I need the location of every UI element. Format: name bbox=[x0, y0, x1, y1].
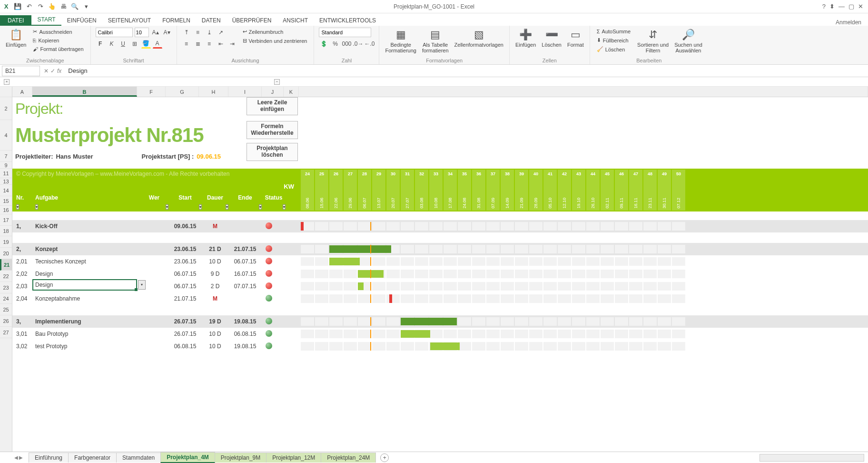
col-header[interactable]: K bbox=[284, 87, 299, 97]
save-icon[interactable]: 💾 bbox=[13, 2, 22, 11]
align-bottom-button[interactable]: ⤓ bbox=[205, 28, 214, 37]
clear-button[interactable]: 🧹Löschen bbox=[595, 45, 632, 53]
col-header[interactable]: J bbox=[262, 87, 284, 97]
active-cell[interactable]: Design bbox=[32, 279, 137, 291]
sort-filter-button[interactable]: ⇵Sortieren und Filtern bbox=[636, 28, 670, 54]
restore-formulas-button[interactable]: Formeln Wiederherstelle bbox=[247, 121, 298, 139]
tab-ansicht[interactable]: ANSICHT bbox=[277, 15, 314, 26]
autosum-button[interactable]: ΣAutoSumme bbox=[595, 28, 632, 35]
cell-styles-button[interactable]: ▧Zellenformatvorlagen bbox=[454, 28, 504, 49]
font-size-input[interactable] bbox=[135, 28, 149, 37]
decrease-font-button[interactable]: A▾ bbox=[162, 28, 172, 37]
row-header[interactable]: 11 bbox=[0, 169, 12, 178]
tab-formeln[interactable]: FORMELN bbox=[157, 15, 196, 26]
increase-decimal-button[interactable]: .0→ bbox=[353, 39, 363, 49]
cell-dropdown-button[interactable]: ▾ bbox=[138, 280, 146, 290]
align-left-button[interactable]: ≡ bbox=[182, 39, 191, 49]
outline-toggle-2[interactable]: − bbox=[274, 79, 280, 85]
sheet-nav-next[interactable]: ▶ bbox=[19, 455, 23, 460]
italic-button[interactable]: K bbox=[107, 39, 117, 49]
row-header[interactable]: 14 bbox=[0, 185, 12, 196]
sheet-content[interactable]: A B F G H I J K Projekt: Musterprojekt N… bbox=[12, 87, 868, 452]
fill-color-button[interactable]: 🪣 bbox=[141, 39, 151, 49]
sheet-tab-stammdaten[interactable]: Stammdaten bbox=[116, 453, 161, 463]
font-color-button[interactable]: A bbox=[153, 39, 162, 49]
row-header[interactable]: 13 bbox=[0, 178, 12, 185]
wrap-text-button[interactable]: ↩Zeilenumbruch bbox=[241, 28, 309, 36]
sheet-tab-farbgenerator[interactable]: Farbgenerator bbox=[68, 453, 117, 463]
insert-empty-row-button[interactable]: Leere Zeile einfügen bbox=[247, 97, 298, 115]
minimize-icon[interactable]: — bbox=[838, 3, 845, 10]
redo-icon[interactable]: ↷ bbox=[36, 2, 45, 11]
increase-indent-button[interactable]: ⇥ bbox=[227, 39, 237, 49]
insert-cells-button[interactable]: ➕Einfügen bbox=[514, 28, 537, 49]
fill-handle[interactable] bbox=[135, 288, 138, 291]
tab-datei[interactable]: DATEI bbox=[0, 15, 31, 26]
maximize-icon[interactable]: ▢ bbox=[848, 3, 854, 10]
filter-nr[interactable]: ▾ bbox=[16, 204, 19, 210]
tab-einfuegen[interactable]: EINFÜGEN bbox=[61, 15, 102, 26]
format-as-table-button[interactable]: ▤Als Tabelle formatieren bbox=[421, 28, 450, 54]
tab-entwicklertools[interactable]: ENTWICKLERTOOLS bbox=[314, 15, 382, 26]
accounting-format-button[interactable]: 💲 bbox=[319, 39, 328, 49]
sheet-tab-projektplan-4m[interactable]: Projektplan_4M bbox=[160, 452, 215, 463]
decrease-indent-button[interactable]: ⇤ bbox=[216, 39, 226, 49]
delete-cells-button[interactable]: ➖Löschen bbox=[541, 28, 562, 49]
qat-customize-icon[interactable]: ▾ bbox=[82, 2, 90, 11]
row-header[interactable]: 4 bbox=[0, 120, 12, 151]
col-header[interactable]: F bbox=[137, 87, 166, 97]
percent-format-button[interactable]: % bbox=[330, 39, 340, 49]
row-header[interactable]: 20 bbox=[0, 248, 12, 259]
find-icon[interactable]: 🔍 bbox=[70, 2, 79, 11]
sheet-tab-projektplan-24m[interactable]: Projektplan_24M bbox=[321, 453, 376, 463]
col-header[interactable]: A bbox=[12, 87, 32, 97]
fill-button[interactable]: ⬇Füllbereich bbox=[595, 36, 632, 44]
align-top-button[interactable]: ⤒ bbox=[182, 28, 191, 37]
find-select-button[interactable]: 🔎Suchen und Auswählen bbox=[673, 28, 703, 54]
help-icon[interactable]: ? bbox=[822, 3, 826, 10]
number-format-select[interactable] bbox=[319, 28, 371, 37]
sheet-tab-projektplan-12m[interactable]: Projektplan_12M bbox=[266, 453, 321, 463]
formula-input[interactable]: Design bbox=[65, 67, 868, 74]
row-header[interactable]: 24 bbox=[0, 293, 12, 304]
touch-mode-icon[interactable]: 👆 bbox=[48, 2, 56, 11]
row-header[interactable]: 16 bbox=[0, 206, 12, 214]
copy-button[interactable]: ⎘Kopieren bbox=[31, 37, 85, 44]
col-headers-timeline[interactable] bbox=[299, 87, 868, 97]
col-header[interactable]: I bbox=[228, 87, 262, 97]
col-header[interactable]: G bbox=[166, 87, 199, 97]
outline-toggle-1[interactable]: + bbox=[4, 79, 10, 85]
align-center-button[interactable]: ≣ bbox=[193, 39, 203, 49]
merge-center-button[interactable]: ⊟Verbinden und zentrieren bbox=[241, 37, 309, 45]
filter-aufgabe[interactable]: ▾ bbox=[35, 204, 38, 210]
delete-plan-button[interactable]: Projektplan löschen bbox=[247, 143, 298, 161]
row-header[interactable]: 7 bbox=[0, 151, 12, 162]
bold-button[interactable]: F bbox=[96, 39, 105, 49]
format-cells-button[interactable]: ▭Format bbox=[566, 28, 585, 49]
row-header[interactable]: 26 bbox=[0, 315, 12, 327]
col-header[interactable]: H bbox=[199, 87, 228, 97]
cut-button[interactable]: ✂Ausschneiden bbox=[31, 28, 85, 36]
tab-seitenlayout[interactable]: SEITENLAYOUT bbox=[102, 15, 157, 26]
font-name-input[interactable] bbox=[96, 28, 133, 37]
row-header-selected[interactable]: 21 bbox=[0, 259, 12, 271]
undo-icon[interactable]: ↶ bbox=[25, 2, 33, 11]
format-painter-button[interactable]: 🖌Format übertragen bbox=[31, 45, 85, 53]
row-header[interactable]: 18 bbox=[0, 226, 12, 236]
row-header[interactable]: 23 bbox=[0, 282, 12, 293]
comma-format-button[interactable]: 000 bbox=[342, 39, 351, 49]
tab-daten[interactable]: DATEN bbox=[196, 15, 227, 26]
tab-start[interactable]: START bbox=[31, 14, 61, 26]
sheet-tab-einfuehrung[interactable]: Einführung bbox=[29, 453, 69, 463]
paste-button[interactable]: 📋 Einfügen bbox=[5, 28, 27, 49]
row-header[interactable]: 9 bbox=[0, 162, 12, 169]
row-header[interactable]: 15 bbox=[0, 196, 12, 206]
align-right-button[interactable]: ≡ bbox=[205, 39, 214, 49]
print-icon[interactable]: 🖶 bbox=[59, 2, 68, 11]
border-button[interactable]: ⊞ bbox=[130, 39, 139, 49]
align-middle-button[interactable]: ≡ bbox=[193, 28, 203, 37]
row-header[interactable]: 27 bbox=[0, 327, 12, 338]
row-header[interactable]: 2 bbox=[0, 97, 12, 120]
row-header[interactable]: 19 bbox=[0, 236, 12, 248]
add-sheet-button[interactable]: + bbox=[380, 453, 389, 462]
